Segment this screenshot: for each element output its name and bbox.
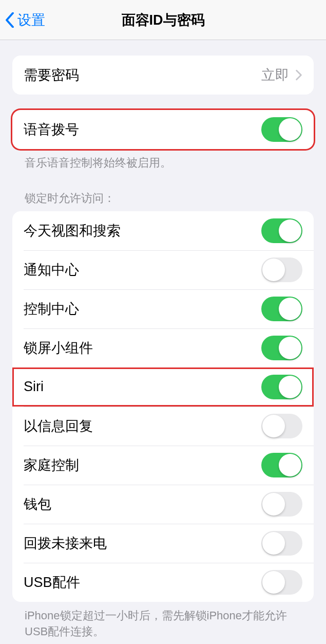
toggle[interactable]	[261, 218, 302, 243]
toggle[interactable]	[261, 453, 302, 477]
require-passcode-row[interactable]: 需要密码 立即	[12, 56, 314, 95]
toggle[interactable]	[261, 336, 302, 360]
chevron-left-icon	[5, 12, 14, 28]
row-label: 家庭控制	[24, 456, 79, 474]
back-button[interactable]: 设置	[0, 11, 45, 29]
row-label: 锁屏小组件	[24, 339, 93, 357]
back-label: 设置	[17, 11, 45, 29]
lock-access-group: 今天视图和搜索通知中心控制中心锁屏小组件Siri以信息回复家庭控制钱包回拨未接来…	[12, 211, 314, 602]
navbar: 设置 面容ID与密码	[0, 0, 326, 40]
lock-access-row: 锁屏小组件	[12, 328, 314, 367]
row-label: USB配件	[24, 573, 80, 592]
voice-dial-toggle[interactable]	[261, 117, 302, 142]
voice-dial-footnote: 音乐语音控制将始终被启用。	[12, 149, 314, 171]
row-label: Siri	[24, 379, 44, 395]
row-label: 需要密码	[24, 66, 79, 84]
lock-access-row: Siri	[12, 367, 314, 407]
passcode-group: 需要密码 立即	[12, 56, 314, 95]
lock-access-row: USB配件	[12, 563, 314, 602]
row-label: 今天视图和搜索	[24, 222, 121, 240]
toggle[interactable]	[261, 492, 302, 517]
voice-dial-group: 语音拨号	[12, 110, 314, 149]
row-label: 控制中心	[24, 300, 79, 318]
toggle[interactable]	[261, 257, 302, 282]
lock-access-row: 以信息回复	[12, 407, 314, 446]
toggle[interactable]	[261, 414, 302, 438]
toggle[interactable]	[261, 531, 302, 556]
lock-access-row: 家庭控制	[12, 446, 314, 485]
row-label: 钱包	[24, 495, 51, 513]
lock-access-row: 控制中心	[12, 289, 314, 328]
page-title: 面容ID与密码	[0, 11, 326, 29]
voice-dial-row: 语音拨号	[12, 110, 314, 149]
lock-access-header: 锁定时允许访问：	[12, 171, 314, 211]
toggle[interactable]	[261, 297, 302, 321]
row-label: 以信息回复	[24, 417, 93, 435]
row-value: 立即	[261, 66, 289, 84]
row-label: 语音拨号	[24, 120, 79, 139]
lock-access-row: 今天视图和搜索	[12, 211, 314, 250]
row-right: 立即	[261, 66, 302, 84]
chevron-right-icon	[295, 69, 302, 81]
row-label: 回拨未接来电	[24, 534, 107, 553]
toggle[interactable]	[261, 570, 302, 595]
toggle[interactable]	[261, 375, 302, 399]
lock-access-row: 钱包	[12, 485, 314, 524]
lock-access-footnote: iPhone锁定超过一小时后，需先解锁iPhone才能允许USB配件连接。	[12, 602, 314, 640]
row-label: 通知中心	[24, 261, 79, 279]
lock-access-row: 回拨未接来电	[12, 524, 314, 563]
lock-access-row: 通知中心	[12, 250, 314, 289]
